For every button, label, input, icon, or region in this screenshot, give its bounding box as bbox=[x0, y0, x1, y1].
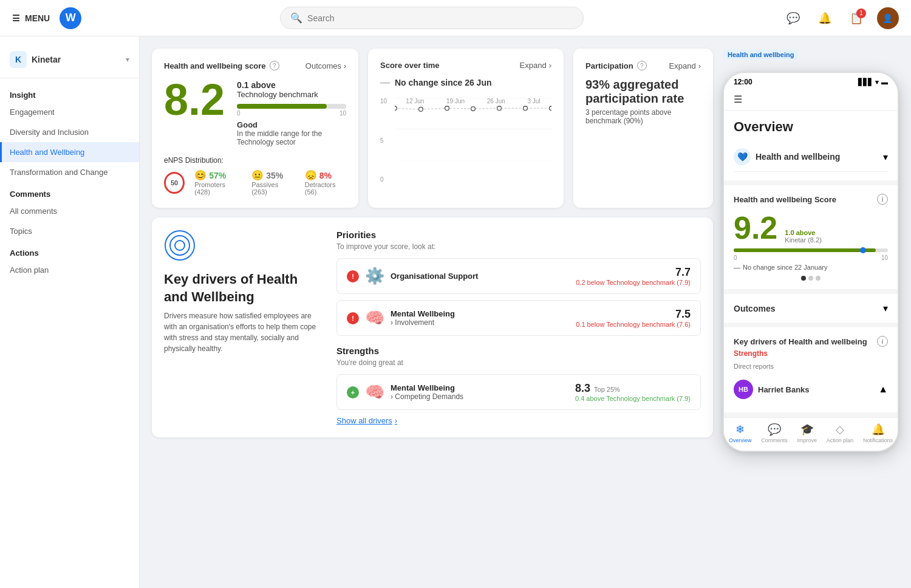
strength-top-label-1: Top 25% bbox=[594, 386, 620, 393]
driver-alert-icon-1: ! bbox=[347, 270, 359, 282]
phone-nav-overview[interactable]: ❄ Overview bbox=[729, 423, 752, 443]
passives-count: Passives (263) bbox=[251, 181, 293, 196]
drivers-title: Key drivers of Health and Wellbeing bbox=[164, 271, 322, 306]
org-selector[interactable]: K Kinetar ▾ bbox=[0, 46, 139, 78]
sidebar-item-topics[interactable]: Topics bbox=[0, 221, 139, 241]
sidebar-item-diversity[interactable]: Diversity and Inclusion bbox=[0, 122, 139, 142]
strength-alert-icon-1: + bbox=[347, 386, 359, 398]
app-logo: W bbox=[60, 7, 81, 29]
time-expand-button[interactable]: Expand › bbox=[520, 61, 551, 70]
phone-prog-max: 10 bbox=[881, 255, 888, 261]
phone-nav-notifications[interactable]: 🔔 Notifications bbox=[863, 423, 893, 443]
notifications-button[interactable]: 🔔 bbox=[814, 7, 836, 29]
promoters-count: Promoters (428) bbox=[194, 181, 239, 196]
right-panel: Health and wellbeing 12:00 ▋▋▋ ▾ ▬ ☰ bbox=[723, 49, 899, 576]
messages-icon: 💬 bbox=[786, 12, 800, 25]
participation-info-icon[interactable]: ? bbox=[637, 61, 647, 70]
score-info-icon[interactable]: ? bbox=[270, 61, 279, 70]
driver-bench-2: 0.1 below Technology benchmark (7.6) bbox=[576, 321, 691, 328]
phone-hw-item[interactable]: 💙 Health and wellbeing ▾ bbox=[734, 142, 888, 172]
sidebar-item-all-comments[interactable]: All comments bbox=[0, 201, 139, 221]
phone-outcomes-chevron: ▾ bbox=[883, 303, 888, 314]
participation-expand-icon: › bbox=[698, 61, 701, 70]
phone-nav-notifications-label: Notifications bbox=[863, 437, 893, 443]
phone-nav-comments[interactable]: 💬 Comments bbox=[761, 423, 788, 443]
enps-row: 50 😊 57% Promoters (428) bbox=[164, 169, 346, 196]
enps-stats: 😊 57% Promoters (428) 😐 35% bbox=[194, 169, 346, 196]
phone-progress-labels: 0 10 bbox=[734, 255, 888, 261]
no-change-text: No change since 26 Jun bbox=[395, 78, 492, 87]
score-range-text: In the middle range for the Technology s… bbox=[237, 129, 346, 146]
search-bar[interactable]: 🔍 bbox=[280, 7, 584, 29]
phone-score-info-icon[interactable]: i bbox=[877, 194, 888, 205]
user-avatar[interactable]: 👤 bbox=[877, 7, 899, 29]
sidebar-item-engagement[interactable]: Engagement bbox=[0, 102, 139, 122]
progress-min: 0 bbox=[237, 110, 241, 117]
enps-detractors: 😞 8% Detractors (56) bbox=[305, 169, 346, 196]
phone-nav-action-plan[interactable]: ◇ Action plan bbox=[827, 423, 854, 443]
phone-progress-fill bbox=[734, 248, 876, 252]
phone-no-change-text: No change since 22 January bbox=[743, 264, 827, 271]
phone-carousel-dots bbox=[734, 276, 888, 281]
org-name: Kinetar bbox=[32, 55, 121, 64]
strength-name-wrap-1: Mental Wellbeing › Competing Demands bbox=[391, 383, 463, 401]
target-svg bbox=[164, 230, 196, 261]
driver-sub-2: › Involvement bbox=[391, 318, 455, 327]
show-all-label: Show all drivers bbox=[336, 416, 392, 425]
driver-alert-icon-2: ! bbox=[347, 312, 359, 324]
sidebar-item-action-plan[interactable]: Action plan bbox=[0, 260, 139, 280]
y-label-10: 10 bbox=[380, 98, 392, 104]
participation-expand-button[interactable]: Expand › bbox=[669, 61, 701, 70]
phone-above-label: 1.0 above bbox=[785, 229, 822, 236]
phone-prog-min: 0 bbox=[734, 255, 737, 261]
phone-drivers-info-icon[interactable]: i bbox=[877, 336, 888, 347]
messages-button[interactable]: 💬 bbox=[782, 7, 804, 29]
sidebar-item-transformation[interactable]: Transformation and Change bbox=[0, 162, 139, 182]
driver-right-1: 7.7 0.2 below Technology benchmark (7.9) bbox=[576, 266, 691, 286]
phone-score-title-text: Health and wellbeing Score bbox=[734, 195, 836, 204]
show-all-drivers-button[interactable]: Show all drivers › bbox=[336, 416, 701, 425]
priorities-sub: To improve your score, look at: bbox=[336, 242, 701, 251]
phone-outcomes-title: Outcomes bbox=[734, 304, 775, 313]
drivers-description: Drivers measure how satisfied employees … bbox=[164, 310, 322, 354]
phone-nav-improve[interactable]: 🎓 Improve bbox=[797, 423, 817, 443]
progress-max: 10 bbox=[339, 110, 346, 117]
enps-label: eNPS Distribution: bbox=[164, 156, 346, 165]
driver-name-wrap-2: Mental Wellbeing › Involvement bbox=[391, 309, 455, 327]
detractors-icon: 😞 bbox=[305, 169, 317, 181]
score-card-header: Health and wellbeing score ? Outcomes › bbox=[164, 61, 346, 70]
hamburger-icon: ☰ bbox=[12, 13, 20, 23]
svg-point-8 bbox=[524, 106, 528, 111]
drivers-left: Key drivers of Health and Wellbeing Driv… bbox=[164, 230, 322, 425]
driver-name-wrap-1: Organisational Support bbox=[391, 272, 478, 281]
mental-wellbeing-icon: 🧠 bbox=[365, 309, 384, 327]
score-good-label: Good bbox=[237, 120, 346, 129]
score-bench-label: Technology benchmark bbox=[237, 90, 346, 99]
phone-hw-left: 💙 Health and wellbeing bbox=[734, 148, 840, 165]
phone-user-chevron: ▲ bbox=[878, 384, 888, 395]
phone-nav-overview-label: Overview bbox=[729, 437, 752, 443]
menu-button[interactable]: ☰ MENU bbox=[12, 13, 50, 23]
phone-progress-bar bbox=[734, 248, 888, 252]
driver-right-2: 7.5 0.1 below Technology benchmark (7.6) bbox=[576, 308, 691, 328]
search-icon: 🔍 bbox=[290, 12, 302, 24]
main-content: Health and wellbeing score ? Outcomes › … bbox=[140, 36, 911, 588]
sidebar-item-health[interactable]: Health and Wellbeing bbox=[0, 142, 139, 162]
hw-item-icon: 💙 bbox=[734, 148, 751, 165]
y-label-0: 0 bbox=[380, 176, 392, 183]
outcomes-button[interactable]: Outcomes › bbox=[305, 61, 346, 70]
score-main: 8.2 0.1 above Technology benchmark 0 1 bbox=[164, 78, 346, 146]
phone-outcomes-row[interactable]: Outcomes ▾ bbox=[734, 303, 888, 314]
phone-nav-overview-icon: ❄ bbox=[735, 423, 745, 436]
signal-icon: ▋▋▋ bbox=[858, 78, 873, 86]
phone-strengths-label: Strengths bbox=[734, 349, 888, 358]
phone-score-section: Health and wellbeing Score i 9.2 1.0 abo… bbox=[724, 185, 898, 289]
phone-status-bar: 12:00 ▋▋▋ ▾ ▬ bbox=[724, 73, 898, 89]
phone-menu-icon[interactable]: ☰ bbox=[734, 94, 742, 105]
phone-bottom-nav: ❄ Overview 💬 Comments 🎓 Improve ◇ Action… bbox=[724, 417, 898, 451]
score-above-label: 0.1 above bbox=[237, 80, 346, 90]
strength-sub-1: › Competing Demands bbox=[391, 392, 463, 401]
phone-score-title: Health and wellbeing Score i bbox=[734, 194, 888, 205]
search-input[interactable] bbox=[307, 13, 573, 23]
inbox-button[interactable]: 📋 1 bbox=[845, 7, 867, 29]
